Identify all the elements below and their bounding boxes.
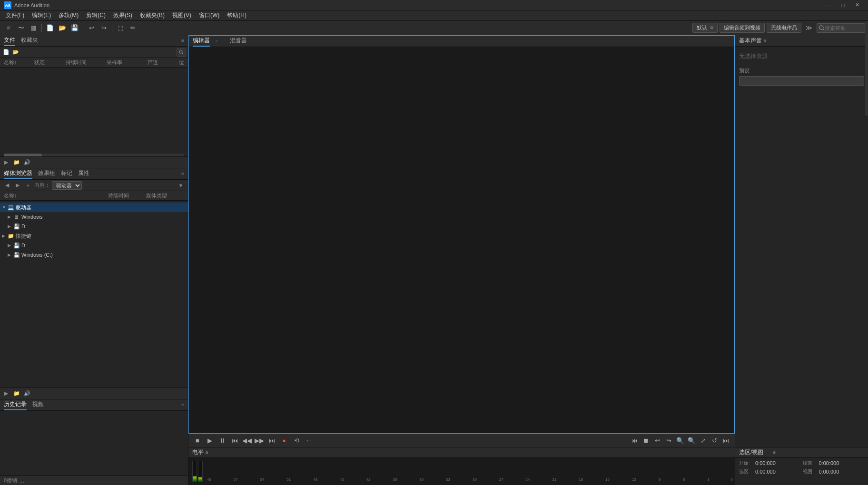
workspace-default-button[interactable]: 默认 ≡ [692, 23, 718, 33]
transport-zoom-out[interactable]: 🔍 [686, 436, 697, 446]
tab-favorites[interactable]: 收藏夹 [21, 35, 38, 46]
menu-edit[interactable]: 编辑(E) [28, 10, 55, 21]
media-up-btn[interactable]: + [24, 181, 32, 190]
media-toolbar: ◀ ▶ + 内容： 驱动器 ▼ [0, 180, 188, 191]
tab-mixer[interactable]: 混音器 [230, 36, 247, 47]
level-content: -48 -57 -54 -51 -48 -45 -42 -39 -36 -33 … [188, 458, 735, 485]
toolbar-redo-icon[interactable]: ↪ [98, 22, 109, 34]
tree-item-shortcuts[interactable]: ▶ 📁 快捷键 [0, 231, 188, 241]
menu-window[interactable]: 窗口(W) [195, 10, 223, 21]
tab-history[interactable]: 历史记录 [4, 399, 27, 410]
media-play-btn[interactable]: ▶ [2, 389, 10, 398]
files-panel-menu-icon[interactable]: ≡ [181, 38, 184, 43]
toolbar-save-icon[interactable]: 💾 [69, 22, 80, 34]
transport-r1[interactable]: ⏮ [629, 436, 640, 446]
selection-panel: 选区/视图 ≡ 开始 0:00:000 结束 0:00:000 选区 0:00:… [735, 447, 868, 485]
tree-item-d2[interactable]: ▶ 💾 D: [0, 241, 188, 250]
toolbar-open-icon[interactable]: 📂 [57, 22, 68, 34]
basic-sound-menu-icon[interactable]: ≡ [764, 38, 767, 43]
tree-label-windows-c: Windows (C:) [21, 252, 53, 258]
media-folder-btn[interactable]: 📁 [12, 389, 21, 398]
toolbar-wave-icon[interactable]: 〜 [15, 22, 27, 34]
menu-clip[interactable]: 剪辑(C) [82, 10, 109, 21]
maximize-button[interactable]: □ [836, 0, 850, 10]
pause-button[interactable]: ⏸ [217, 436, 227, 446]
menu-effect[interactable]: 效果(S) [109, 10, 136, 21]
menu-favorites[interactable]: 收藏夹(B) [136, 10, 168, 21]
close-button[interactable]: ✕ [850, 0, 864, 10]
search-input[interactable] [825, 25, 863, 31]
edit-video-button[interactable]: 编辑音频到视频 [720, 23, 765, 33]
toolbar-new-icon[interactable]: 📄 [44, 22, 56, 34]
toolbar-edit-icon[interactable]: ≡ [3, 22, 14, 34]
autoscroll-button[interactable]: ↔ [304, 436, 314, 446]
tree-arrow-windows-c: ▶ [8, 252, 13, 257]
preset-input[interactable] [739, 76, 864, 86]
level-bar-right [198, 461, 203, 482]
rewind-button[interactable]: ◀◀ [242, 436, 252, 446]
tab-editor[interactable]: 编辑器 [193, 36, 210, 47]
sel-label: 选区 [739, 468, 752, 475]
media-forward-btn[interactable]: ▶ [13, 181, 22, 190]
expand-workspaces-icon[interactable]: ≫ [803, 22, 815, 34]
toolbar-pencil-icon[interactable]: ✏ [127, 22, 138, 34]
toolbar-select-icon[interactable]: ⬚ [115, 22, 126, 34]
main-layout: 文件 收藏夹 ≡ 📄 📂 名称↑ 状态 [0, 35, 868, 485]
files-speaker-btn[interactable]: 🔊 [23, 158, 31, 167]
transport-zoom-fit[interactable]: ⤢ [698, 436, 708, 446]
files-column-header: 名称↑ 状态 持续时间 采样率 声道 位 [0, 58, 188, 68]
files-open-icon[interactable]: 📂 [11, 48, 20, 57]
view-row: 视图 0:00:000 [803, 468, 865, 475]
history-panel: 历史记录 视频 ≡ 0撤销 … [0, 399, 188, 485]
menu-multitrack[interactable]: 多轨(M) [55, 10, 82, 21]
tab-media-browser[interactable]: 媒体浏览器 [4, 168, 32, 179]
tree-label-drives: 驱动器 [16, 204, 31, 211]
prev-button[interactable]: ⏮ [229, 436, 240, 446]
loop-button[interactable]: ⟲ [291, 436, 302, 446]
files-folder-btn[interactable]: 📁 [12, 158, 21, 167]
content-dropdown[interactable]: 驱动器 [52, 181, 82, 190]
wireless-button[interactable]: 无线电作品 [767, 23, 801, 33]
transport-reset[interactable]: ↺ [709, 436, 720, 446]
transport-zoom-in[interactable]: 🔍 [675, 436, 685, 446]
tree-label-shortcuts: 快捷键 [16, 233, 31, 240]
play-button[interactable]: ▶ [205, 436, 215, 446]
col-name: 名称↑ [4, 59, 27, 66]
transport-r4[interactable]: ↪ [663, 436, 674, 446]
files-play-btn[interactable]: ▶ [2, 158, 10, 167]
editor-menu-icon[interactable]: ≡ [216, 39, 218, 44]
forward-button[interactable]: ▶▶ [254, 436, 265, 446]
sel-end: 0:00:000 [819, 469, 839, 475]
tab-video[interactable]: 视频 [32, 399, 44, 410]
minimize-button[interactable]: — [821, 0, 836, 10]
menu-help[interactable]: 帮助(H) [223, 10, 250, 21]
tree-item-d-drive[interactable]: ▶ 💾 D: [0, 222, 188, 231]
media-back-btn[interactable]: ◀ [3, 181, 11, 190]
next-button[interactable]: ⏭ [266, 436, 277, 446]
tree-item-drives[interactable]: ▼ 💻 驱动器 [0, 203, 188, 212]
level-label: 电平 [192, 448, 204, 456]
history-menu-icon[interactable]: ≡ [181, 402, 184, 407]
record-button[interactable]: ● [279, 436, 289, 446]
media-panel-menu-icon[interactable]: ≡ [181, 171, 184, 176]
media-filter-btn[interactable]: ▼ [177, 181, 185, 190]
tab-effects-group[interactable]: 效果组 [38, 168, 55, 179]
tree-item-windows[interactable]: ▶ 🖥 Windows [0, 212, 188, 222]
menu-file[interactable]: 文件(F) [2, 10, 28, 21]
transport-r2[interactable]: ⏹ [641, 436, 651, 446]
transport-r3[interactable]: ↩ [652, 436, 662, 446]
stop-button[interactable]: ■ [192, 436, 203, 446]
tree-item-windows-c[interactable]: ▶ 💾 Windows (C:) [0, 250, 188, 260]
transport-end[interactable]: ⏭ [720, 436, 731, 446]
tab-properties[interactable]: 属性 [78, 168, 89, 179]
files-new-icon[interactable]: 📄 [2, 48, 10, 57]
selection-menu-icon[interactable]: ≡ [773, 450, 776, 455]
level-menu-icon[interactable]: ≡ [206, 450, 208, 455]
toolbar-undo-icon[interactable]: ↩ [86, 22, 97, 34]
toolbar-multitrack-icon[interactable]: ▦ [28, 22, 39, 34]
toolbar-separator-3 [112, 24, 112, 32]
menu-view[interactable]: 视图(V) [168, 10, 195, 21]
tab-files[interactable]: 文件 [4, 35, 15, 46]
media-speaker-btn[interactable]: 🔊 [23, 389, 31, 398]
tab-markers[interactable]: 标记 [61, 168, 72, 179]
